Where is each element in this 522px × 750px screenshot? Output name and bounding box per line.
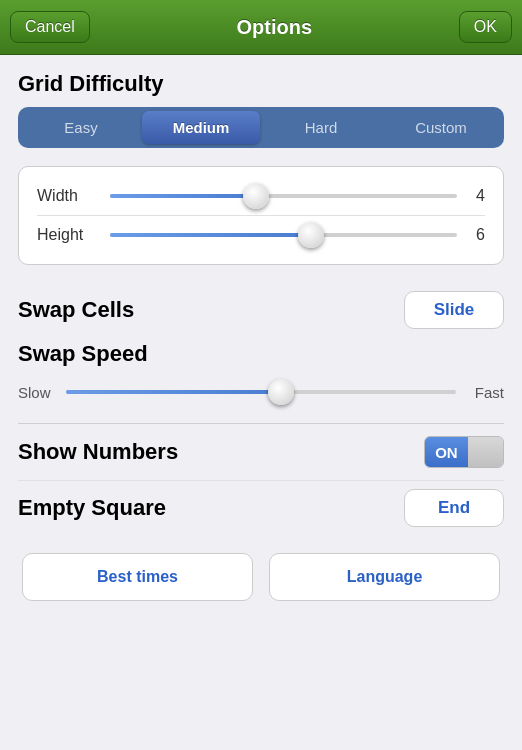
height-slider-fill — [110, 233, 311, 237]
toggle-off[interactable] — [468, 437, 503, 467]
speed-slider-fill — [66, 390, 281, 394]
width-slider-track-container[interactable] — [110, 185, 457, 207]
height-slider-track — [110, 233, 457, 237]
speed-slider-thumb[interactable] — [268, 379, 294, 405]
fast-label: Fast — [464, 384, 504, 401]
header: Cancel Options OK — [0, 0, 522, 55]
bottom-buttons: Best times Language — [18, 553, 504, 601]
speed-slider-track-container[interactable] — [66, 381, 456, 403]
grid-difficulty-title: Grid Difficulty — [18, 71, 504, 97]
empty-square-label: Empty Square — [18, 495, 404, 521]
height-slider-row: Height 6 — [37, 215, 485, 254]
show-numbers-label: Show Numbers — [18, 439, 424, 465]
swap-cells-label: Swap Cells — [18, 297, 404, 323]
swap-speed-title: Swap Speed — [18, 341, 504, 367]
segment-hard[interactable]: Hard — [262, 111, 380, 144]
width-label: Width — [37, 187, 102, 205]
speed-slider-track — [66, 390, 456, 394]
height-slider-track-container[interactable] — [110, 224, 457, 246]
show-numbers-row: Show Numbers ON — [18, 423, 504, 476]
swap-cells-button[interactable]: Slide — [404, 291, 504, 329]
swap-cells-row: Swap Cells Slide — [18, 283, 504, 337]
segment-custom[interactable]: Custom — [382, 111, 500, 144]
difficulty-segmented-control: Easy Medium Hard Custom — [18, 107, 504, 148]
segment-medium[interactable]: Medium — [142, 111, 260, 144]
header-title: Options — [237, 16, 313, 39]
swap-speed-section: Swap Speed Slow Fast — [18, 341, 504, 411]
cancel-button[interactable]: Cancel — [10, 11, 90, 43]
width-slider-thumb[interactable] — [243, 183, 269, 209]
best-times-button[interactable]: Best times — [22, 553, 253, 601]
width-value: 4 — [465, 187, 485, 205]
show-numbers-toggle[interactable]: ON — [424, 436, 504, 468]
dimension-sliders: Width 4 Height 6 — [18, 166, 504, 265]
swap-speed-slider-row: Slow Fast — [18, 377, 504, 411]
language-button[interactable]: Language — [269, 553, 500, 601]
content-area: Grid Difficulty Easy Medium Hard Custom … — [0, 55, 522, 617]
height-label: Height — [37, 226, 102, 244]
height-value: 6 — [465, 226, 485, 244]
slow-label: Slow — [18, 384, 58, 401]
width-slider-fill — [110, 194, 256, 198]
empty-square-button[interactable]: End — [404, 489, 504, 527]
width-slider-track — [110, 194, 457, 198]
height-slider-thumb[interactable] — [298, 222, 324, 248]
toggle-on[interactable]: ON — [425, 437, 468, 467]
segment-easy[interactable]: Easy — [22, 111, 140, 144]
empty-square-row: Empty Square End — [18, 480, 504, 535]
ok-button[interactable]: OK — [459, 11, 512, 43]
width-slider-row: Width 4 — [37, 177, 485, 215]
